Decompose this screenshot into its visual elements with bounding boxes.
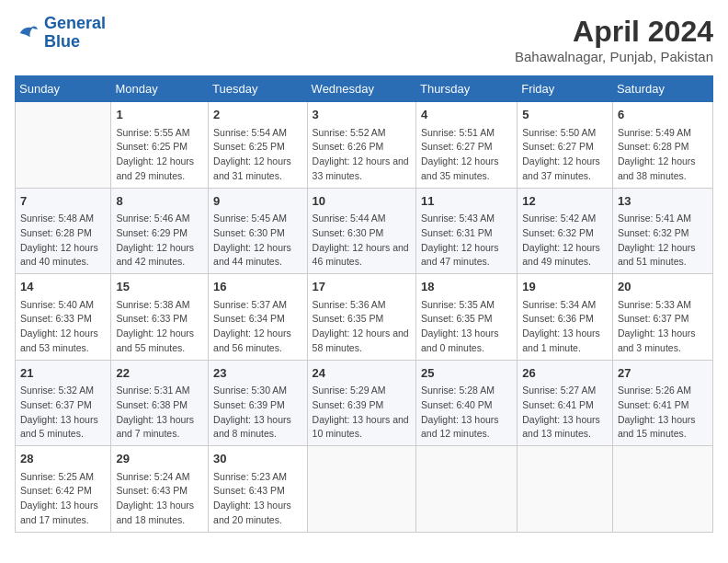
day-number: 7 xyxy=(20,192,106,211)
calendar-cell: 25Sunrise: 5:28 AMSunset: 6:40 PMDayligh… xyxy=(415,360,517,446)
weekday-header: Friday xyxy=(518,76,613,102)
day-info: Sunrise: 5:33 AMSunset: 6:37 PMDaylight:… xyxy=(618,298,708,356)
day-number: 16 xyxy=(213,278,301,296)
calendar-week-row: 21Sunrise: 5:32 AMSunset: 6:37 PMDayligh… xyxy=(16,360,713,446)
calendar-cell: 15Sunrise: 5:38 AMSunset: 6:33 PMDayligh… xyxy=(111,274,209,361)
day-info: Sunrise: 5:30 AMSunset: 6:39 PMDaylight:… xyxy=(213,384,301,442)
calendar-cell: 17Sunrise: 5:36 AMSunset: 6:35 PMDayligh… xyxy=(307,274,415,361)
calendar-cell: 10Sunrise: 5:44 AMSunset: 6:30 PMDayligh… xyxy=(307,188,415,274)
day-number: 1 xyxy=(116,106,203,124)
calendar-cell: 29Sunrise: 5:24 AMSunset: 6:43 PMDayligh… xyxy=(111,446,209,533)
calendar-cell: 6Sunrise: 5:49 AMSunset: 6:28 PMDaylight… xyxy=(612,102,712,189)
day-info: Sunrise: 5:28 AMSunset: 6:40 PMDaylight:… xyxy=(421,384,512,442)
day-info: Sunrise: 5:37 AMSunset: 6:34 PMDaylight:… xyxy=(213,298,301,356)
calendar-cell: 27Sunrise: 5:26 AMSunset: 6:41 PMDayligh… xyxy=(612,360,712,446)
day-number: 12 xyxy=(522,192,608,211)
calendar-week-row: 28Sunrise: 5:25 AMSunset: 6:42 PMDayligh… xyxy=(16,446,713,533)
logo: General Blue xyxy=(15,15,106,52)
day-info: Sunrise: 5:38 AMSunset: 6:33 PMDaylight:… xyxy=(116,298,203,356)
calendar-cell: 23Sunrise: 5:30 AMSunset: 6:39 PMDayligh… xyxy=(209,360,307,446)
day-number: 11 xyxy=(421,192,512,211)
day-number: 23 xyxy=(213,364,301,383)
month-title: April 2024 xyxy=(515,15,713,49)
calendar-cell xyxy=(307,446,415,533)
logo-icon xyxy=(15,20,40,46)
calendar-cell: 1Sunrise: 5:55 AMSunset: 6:25 PMDaylight… xyxy=(111,102,209,189)
day-info: Sunrise: 5:45 AMSunset: 6:30 PMDaylight:… xyxy=(213,212,301,270)
day-info: Sunrise: 5:26 AMSunset: 6:41 PMDaylight:… xyxy=(618,384,708,442)
day-info: Sunrise: 5:50 AMSunset: 6:27 PMDaylight:… xyxy=(522,126,608,184)
calendar-week-row: 7Sunrise: 5:48 AMSunset: 6:28 PMDaylight… xyxy=(16,188,713,274)
calendar-cell: 8Sunrise: 5:46 AMSunset: 6:29 PMDaylight… xyxy=(111,188,209,274)
day-number: 14 xyxy=(20,278,106,296)
day-number: 15 xyxy=(116,278,203,296)
day-number: 28 xyxy=(20,450,106,468)
calendar-cell: 2Sunrise: 5:54 AMSunset: 6:25 PMDaylight… xyxy=(209,102,307,189)
calendar-cell xyxy=(612,446,712,533)
calendar-cell: 24Sunrise: 5:29 AMSunset: 6:39 PMDayligh… xyxy=(307,360,415,446)
calendar-cell: 22Sunrise: 5:31 AMSunset: 6:38 PMDayligh… xyxy=(111,360,209,446)
day-number: 29 xyxy=(116,450,203,468)
calendar-cell: 16Sunrise: 5:37 AMSunset: 6:34 PMDayligh… xyxy=(209,274,307,361)
calendar-cell: 14Sunrise: 5:40 AMSunset: 6:33 PMDayligh… xyxy=(16,274,111,361)
day-info: Sunrise: 5:25 AMSunset: 6:42 PMDaylight:… xyxy=(20,470,106,528)
weekday-header: Saturday xyxy=(612,76,712,102)
weekday-header: Wednesday xyxy=(307,76,415,102)
day-number: 3 xyxy=(313,106,411,124)
day-number: 2 xyxy=(213,106,301,124)
weekday-header: Sunday xyxy=(16,76,111,102)
day-info: Sunrise: 5:40 AMSunset: 6:33 PMDaylight:… xyxy=(20,298,106,356)
calendar-cell xyxy=(16,102,111,189)
day-number: 24 xyxy=(313,364,411,383)
calendar-cell: 4Sunrise: 5:51 AMSunset: 6:27 PMDaylight… xyxy=(415,102,517,189)
day-info: Sunrise: 5:44 AMSunset: 6:30 PMDaylight:… xyxy=(313,212,411,270)
calendar-cell: 19Sunrise: 5:34 AMSunset: 6:36 PMDayligh… xyxy=(518,274,613,361)
title-block: April 2024 Bahawalnagar, Punjab, Pakista… xyxy=(515,15,713,64)
calendar-cell: 30Sunrise: 5:23 AMSunset: 6:43 PMDayligh… xyxy=(209,446,307,533)
day-number: 19 xyxy=(522,278,608,296)
day-info: Sunrise: 5:29 AMSunset: 6:39 PMDaylight:… xyxy=(313,384,411,442)
day-number: 26 xyxy=(522,364,608,383)
day-number: 30 xyxy=(213,450,301,468)
day-info: Sunrise: 5:24 AMSunset: 6:43 PMDaylight:… xyxy=(116,470,203,528)
calendar-cell xyxy=(415,446,517,533)
day-number: 17 xyxy=(313,278,411,296)
calendar-cell: 26Sunrise: 5:27 AMSunset: 6:41 PMDayligh… xyxy=(518,360,613,446)
day-number: 6 xyxy=(618,106,708,124)
day-number: 18 xyxy=(421,278,512,296)
day-info: Sunrise: 5:55 AMSunset: 6:25 PMDaylight:… xyxy=(116,126,203,184)
day-info: Sunrise: 5:54 AMSunset: 6:25 PMDaylight:… xyxy=(213,126,301,184)
day-info: Sunrise: 5:52 AMSunset: 6:26 PMDaylight:… xyxy=(313,126,411,184)
calendar-cell: 7Sunrise: 5:48 AMSunset: 6:28 PMDaylight… xyxy=(16,188,111,274)
day-info: Sunrise: 5:48 AMSunset: 6:28 PMDaylight:… xyxy=(20,212,106,270)
logo-text: General Blue xyxy=(44,15,106,52)
day-info: Sunrise: 5:36 AMSunset: 6:35 PMDaylight:… xyxy=(313,298,411,356)
day-info: Sunrise: 5:35 AMSunset: 6:35 PMDaylight:… xyxy=(421,298,512,356)
day-number: 4 xyxy=(421,106,512,124)
day-number: 9 xyxy=(213,192,301,211)
day-info: Sunrise: 5:31 AMSunset: 6:38 PMDaylight:… xyxy=(116,384,203,442)
weekday-header: Thursday xyxy=(415,76,517,102)
calendar-cell: 20Sunrise: 5:33 AMSunset: 6:37 PMDayligh… xyxy=(612,274,712,361)
day-info: Sunrise: 5:43 AMSunset: 6:31 PMDaylight:… xyxy=(421,212,512,270)
day-info: Sunrise: 5:42 AMSunset: 6:32 PMDaylight:… xyxy=(522,212,608,270)
calendar-cell: 28Sunrise: 5:25 AMSunset: 6:42 PMDayligh… xyxy=(16,446,111,533)
day-number: 8 xyxy=(116,192,203,211)
day-number: 21 xyxy=(20,364,106,383)
calendar-cell: 18Sunrise: 5:35 AMSunset: 6:35 PMDayligh… xyxy=(415,274,517,361)
day-number: 27 xyxy=(618,364,708,383)
day-info: Sunrise: 5:51 AMSunset: 6:27 PMDaylight:… xyxy=(421,126,512,184)
calendar-table: SundayMondayTuesdayWednesdayThursdayFrid… xyxy=(15,75,713,533)
day-info: Sunrise: 5:41 AMSunset: 6:32 PMDaylight:… xyxy=(618,212,708,270)
weekday-header-row: SundayMondayTuesdayWednesdayThursdayFrid… xyxy=(16,76,713,102)
day-number: 13 xyxy=(618,192,708,211)
day-number: 25 xyxy=(421,364,512,383)
calendar-cell: 13Sunrise: 5:41 AMSunset: 6:32 PMDayligh… xyxy=(612,188,712,274)
calendar-cell: 9Sunrise: 5:45 AMSunset: 6:30 PMDaylight… xyxy=(209,188,307,274)
day-number: 5 xyxy=(522,106,608,124)
day-info: Sunrise: 5:46 AMSunset: 6:29 PMDaylight:… xyxy=(116,212,203,270)
calendar-cell: 21Sunrise: 5:32 AMSunset: 6:37 PMDayligh… xyxy=(16,360,111,446)
calendar-cell: 3Sunrise: 5:52 AMSunset: 6:26 PMDaylight… xyxy=(307,102,415,189)
calendar-cell: 5Sunrise: 5:50 AMSunset: 6:27 PMDaylight… xyxy=(518,102,613,189)
calendar-week-row: 14Sunrise: 5:40 AMSunset: 6:33 PMDayligh… xyxy=(16,274,713,361)
